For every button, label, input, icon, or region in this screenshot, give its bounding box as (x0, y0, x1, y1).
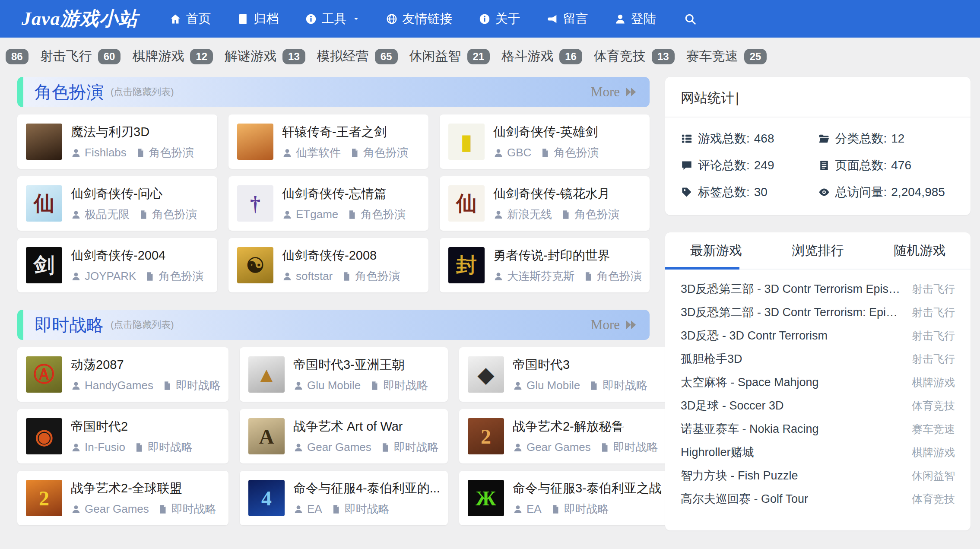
game-card[interactable]: 魔法与利刃3D Fishlabs 角色扮演 (17, 114, 217, 169)
game-thumbnail[interactable]: 仙 (26, 185, 62, 222)
game-title[interactable]: 动荡2087 (71, 356, 221, 374)
game-category[interactable]: 角色扮演 (149, 145, 194, 160)
game-publisher[interactable]: ETgame (296, 208, 338, 221)
game-category[interactable]: 即时战略 (603, 378, 647, 393)
section-header-rpg[interactable]: 角色扮演 (点击隐藏列表) More (17, 77, 650, 107)
game-category[interactable]: 角色扮演 (361, 207, 406, 222)
sidebar-game-title[interactable]: 智力方块 - Fish Puzzle (681, 468, 808, 483)
game-title[interactable]: 仙剑奇侠传-镜花水月 (493, 185, 642, 203)
category-count-badge[interactable]: 86 (6, 49, 29, 64)
game-title[interactable]: 仙剑奇侠传-忘情篇 (282, 185, 421, 203)
sidebar-game-category[interactable]: 体育竞技 (912, 399, 955, 413)
game-publisher[interactable]: Fishlabs (85, 146, 127, 159)
game-title[interactable]: 勇者传说-封印的世界 (493, 247, 642, 264)
category-item-casual[interactable]: 休闲益智 21 (409, 48, 490, 65)
sidebar-game-title[interactable]: 孤胆枪手3D (681, 351, 752, 367)
nav-item-message-board[interactable]: 留言 (546, 10, 588, 28)
category-item-racing[interactable]: 赛车竞速 25 (686, 48, 767, 65)
game-category[interactable]: 即时战略 (613, 440, 658, 455)
site-logo[interactable]: Java游戏小站 (22, 6, 138, 32)
game-title[interactable]: 战争艺术2-全球联盟 (71, 480, 221, 497)
game-publisher[interactable]: HandyGames (85, 379, 153, 392)
game-publisher[interactable]: 新浪无线 (507, 207, 552, 222)
game-thumbnail[interactable]: ▮ (448, 124, 485, 160)
game-title[interactable]: 魔法与利刃3D (71, 124, 209, 141)
game-publisher[interactable]: 仙掌软件 (296, 145, 341, 160)
game-publisher[interactable]: Glu Mobile (526, 379, 580, 392)
tab-latest-games[interactable]: 最新游戏 (665, 232, 767, 269)
game-title[interactable]: 战争艺术 Art of War (293, 418, 440, 435)
game-publisher[interactable]: Gear Games (307, 441, 371, 454)
game-publisher[interactable]: 极品无限 (85, 207, 130, 222)
nav-item-archive[interactable]: 归档 (237, 10, 279, 28)
game-category[interactable]: 角色扮演 (363, 145, 408, 160)
game-category[interactable]: 即时战略 (564, 501, 609, 517)
game-card[interactable]: Ⓐ 动荡2087 HandyGames 即时战略 (17, 347, 228, 402)
sidebar-game-category[interactable]: 射击飞行 (912, 305, 955, 320)
sidebar-game-category[interactable]: 射击飞行 (912, 282, 955, 296)
sidebar-game-title[interactable]: 3D反恐第三部 - 3D Contr Terrorism Episo... (681, 281, 912, 297)
game-publisher[interactable]: Glu Mobile (307, 379, 361, 392)
game-thumbnail[interactable]: 4 (248, 480, 285, 516)
game-category[interactable]: 即时战略 (171, 501, 216, 517)
game-thumbnail[interactable]: 仙 (448, 185, 485, 222)
game-title[interactable]: 命令与征服3-泰伯利亚之战 (513, 480, 662, 497)
game-thumbnail[interactable]: 封 (448, 247, 485, 283)
game-publisher[interactable]: 大连斯芬克斯 (507, 269, 574, 284)
game-card[interactable]: A 战争艺术 Art of War Gear Games 即时战略 (240, 409, 448, 463)
game-title[interactable]: 轩辕传奇-王者之剑 (282, 124, 421, 141)
game-card[interactable]: 2 战争艺术2-全球联盟 Gear Games 即时战略 (17, 471, 228, 525)
sidebar-game-category[interactable]: 射击飞行 (912, 352, 955, 366)
game-card[interactable]: 封 勇者传说-封印的世界 大连斯芬克斯 角色扮演 (440, 238, 650, 292)
game-title[interactable]: 帝国时代3 (513, 356, 662, 374)
game-title[interactable]: 仙剑奇侠传-英雄剑 (493, 124, 642, 141)
game-title[interactable]: 仙剑奇侠传-2004 (71, 247, 209, 264)
game-category[interactable]: 角色扮演 (159, 269, 203, 284)
game-thumbnail[interactable]: Ⓐ (26, 356, 62, 393)
game-thumbnail[interactable]: 剑 (26, 247, 62, 283)
sidebar-game-category[interactable]: 赛车竞速 (912, 422, 955, 436)
section-header-rts[interactable]: 即时战略 (点击隐藏列表) More (17, 310, 650, 340)
sidebar-game-title[interactable]: 诺基亚赛车 - Nokia Racing (681, 421, 828, 437)
game-card[interactable]: 剑 仙剑奇侠传-2004 JOYPARK 角色扮演 (17, 238, 217, 292)
game-publisher[interactable]: EA (526, 502, 542, 516)
game-title[interactable]: 战争艺术2-解放秘鲁 (513, 418, 662, 435)
game-card[interactable]: Ж 命令与征服3-泰伯利亚之战 EA 即时战略 (459, 471, 669, 525)
tab-random-games[interactable]: 随机游戏 (869, 232, 970, 269)
game-card[interactable]: 仙 仙剑奇侠传-镜花水月 新浪无线 角色扮演 (440, 176, 650, 231)
game-card[interactable]: ▲ 帝国时代3-亚洲王朝 Glu Mobile 即时战略 (240, 347, 448, 402)
game-card[interactable]: ◉ 帝国时代2 In-Fusio 即时战略 (17, 409, 228, 463)
game-thumbnail[interactable]: ◆ (468, 356, 504, 393)
game-thumbnail[interactable] (26, 124, 62, 160)
search-button[interactable] (684, 13, 697, 25)
game-title[interactable]: 帝国时代2 (71, 418, 221, 435)
game-category[interactable]: 即时战略 (394, 440, 439, 455)
category-item-sports[interactable]: 体育竞技 13 (594, 48, 675, 65)
nav-item-tools[interactable]: 工具 (305, 10, 360, 28)
category-item-board[interactable]: 棋牌游戏 12 (132, 48, 213, 65)
game-publisher[interactable]: JOYPARK (85, 270, 136, 283)
game-publisher[interactable]: Gear Games (526, 441, 591, 454)
game-category[interactable]: 角色扮演 (574, 207, 619, 222)
sidebar-game-title[interactable]: 太空麻将 - Space Mahjong (681, 374, 828, 390)
game-thumbnail[interactable]: ☯ (237, 247, 273, 283)
sidebar-game-category[interactable]: 休闲益智 (912, 469, 955, 483)
game-category[interactable]: 即时战略 (176, 378, 221, 393)
nav-item-friend-links[interactable]: 友情链接 (386, 10, 453, 28)
game-card[interactable]: 2 战争艺术2-解放秘鲁 Gear Games 即时战略 (459, 409, 669, 463)
game-publisher[interactable]: In-Fusio (85, 441, 125, 454)
game-card[interactable]: 仙 仙剑奇侠传-问心 极品无限 角色扮演 (17, 176, 217, 231)
more-link[interactable]: More (591, 317, 638, 333)
game-category[interactable]: 角色扮演 (597, 269, 642, 284)
game-card[interactable]: ☯ 仙剑奇侠传-2008 softstar 角色扮演 (228, 238, 428, 292)
category-item-puzzle[interactable]: 解谜游戏 13 (225, 48, 305, 65)
game-category[interactable]: 即时战略 (345, 501, 390, 517)
game-publisher[interactable]: EA (307, 502, 322, 516)
category-item-shooter[interactable]: 射击飞行 60 (40, 48, 121, 65)
category-item-simulation[interactable]: 模拟经营 65 (317, 48, 398, 65)
game-category[interactable]: 即时战略 (148, 440, 193, 455)
more-link[interactable]: More (591, 84, 638, 100)
game-thumbnail[interactable]: Ж (468, 480, 504, 516)
nav-item-login[interactable]: 登陆 (614, 10, 656, 28)
sidebar-game-category[interactable]: 体育竞技 (912, 492, 955, 506)
